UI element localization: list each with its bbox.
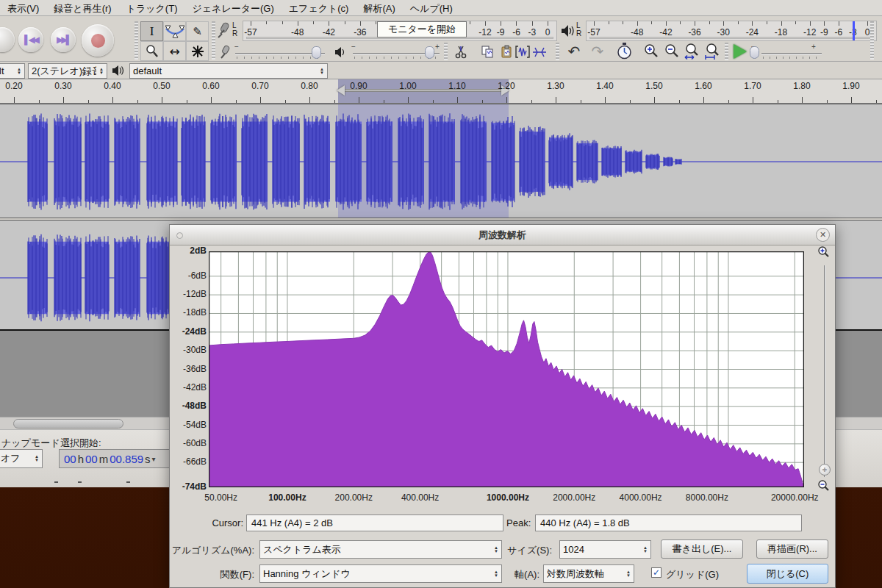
zoom-tool-button[interactable] bbox=[140, 41, 163, 61]
track-1[interactable] bbox=[0, 104, 882, 218]
plot-zoom-slider-knob[interactable]: ✚ bbox=[819, 464, 831, 476]
snap-mode-combo[interactable]: オフ▲▼ bbox=[0, 449, 43, 468]
skip-to-start-button[interactable]: ▌◀◀ bbox=[18, 27, 43, 52]
meter-scale-label: -57 bbox=[244, 27, 257, 37]
plot-zoom-in-button[interactable] bbox=[815, 245, 833, 261]
meter-tick bbox=[594, 21, 595, 26]
host-combo[interactable]: lt▲▼ bbox=[0, 63, 25, 79]
record-button[interactable] bbox=[82, 24, 114, 57]
close-icon[interactable]: ✕ bbox=[816, 228, 830, 242]
axis-combo[interactable]: 対数周波数軸▲▼ bbox=[543, 564, 634, 583]
track1-waveform[interactable] bbox=[0, 104, 882, 218]
undo-grip[interactable] bbox=[556, 43, 559, 60]
plot-zoom-slider-groove[interactable] bbox=[824, 265, 825, 477]
algorithm-combo[interactable]: スペクトラム表示▲▼ bbox=[259, 540, 502, 559]
menu-item-3[interactable]: ジェネレーター(G) bbox=[184, 0, 281, 18]
transcription-grip[interactable] bbox=[725, 43, 728, 60]
x-axis-label: 1000.00Hz bbox=[475, 492, 541, 503]
ruler-label: 1.30 bbox=[547, 81, 564, 91]
ruler-major-tick bbox=[654, 97, 655, 103]
trim-button[interactable] bbox=[514, 43, 531, 61]
skip-to-end-button[interactable]: ▶▶▌ bbox=[51, 27, 76, 52]
meter-tick bbox=[345, 21, 345, 24]
meter-grip[interactable] bbox=[212, 21, 215, 60]
meter-tick bbox=[548, 21, 548, 26]
envelope-tool-button[interactable] bbox=[163, 21, 186, 41]
copy-button[interactable] bbox=[478, 43, 497, 61]
ruler-label: 0.80 bbox=[301, 81, 318, 91]
menu-item-2[interactable]: トラック(T) bbox=[119, 0, 185, 18]
spinner-icon: ▲▼ bbox=[491, 546, 498, 553]
time-hours[interactable]: 00 bbox=[64, 453, 76, 465]
multi-tool-button[interactable] bbox=[186, 41, 209, 61]
time-seconds[interactable]: 00.859 bbox=[110, 453, 143, 465]
draw-tool-button[interactable]: ✎ bbox=[186, 21, 209, 41]
meter-tick bbox=[298, 21, 298, 26]
meter-scale-label: -12 bbox=[478, 27, 491, 37]
ruler-minor-tick bbox=[581, 100, 581, 103]
ruler-minor-tick bbox=[334, 100, 335, 103]
menu-item-0[interactable]: 表示(V) bbox=[0, 0, 46, 18]
meter-tick bbox=[738, 21, 739, 24]
meter-scale-label: -42 bbox=[659, 27, 672, 37]
selection-tool-button[interactable]: I bbox=[140, 21, 163, 41]
playback-volume-slider[interactable] bbox=[425, 46, 434, 59]
timeshift-tool-button[interactable]: ↔ bbox=[163, 41, 186, 61]
x-axis-label: 8000.00Hz bbox=[674, 492, 740, 503]
cursor-value-field[interactable]: 441 Hz (A4) = 2 dB bbox=[246, 514, 503, 531]
tools-grip[interactable] bbox=[135, 21, 138, 60]
undo-icon: ↶ bbox=[568, 43, 581, 60]
zoom-fit-button[interactable] bbox=[703, 41, 723, 61]
ruler-label: 0.20 bbox=[5, 81, 22, 91]
dialog-titlebar[interactable]: 周波数解析 ✕ bbox=[170, 225, 835, 245]
peak-value-field[interactable]: 440 Hz (A4) = 1.8 dB bbox=[535, 514, 802, 531]
ruler-mark bbox=[126, 481, 130, 483]
zoom-selection-button[interactable] bbox=[682, 41, 702, 61]
plot-zoom-out-button[interactable] bbox=[815, 478, 833, 495]
cursor-label: Cursor: bbox=[170, 517, 243, 528]
grid-checkbox[interactable]: ✓ bbox=[651, 567, 662, 578]
undo-button[interactable]: ↶ bbox=[563, 41, 585, 61]
scrollbar-thumb[interactable] bbox=[13, 419, 123, 429]
spectrum-plot[interactable] bbox=[209, 251, 804, 487]
meter-tick bbox=[623, 21, 623, 24]
timeline-ruler[interactable]: 0.200.300.400.500.600.700.800.901.001.10… bbox=[0, 79, 882, 104]
menu-item-1[interactable]: 録音と再生(r) bbox=[46, 0, 118, 18]
function-combo[interactable]: Hanning ウィンドウ▲▼ bbox=[259, 564, 502, 583]
meter-scale-label: -9 bbox=[820, 27, 828, 37]
speed-slider-knob[interactable] bbox=[750, 46, 759, 59]
silence-button[interactable] bbox=[531, 43, 548, 61]
meter-scale-label: -36 bbox=[688, 27, 700, 37]
dialog-close-button[interactable]: 閉じる(C) bbox=[747, 564, 828, 584]
ruler-minor-tick bbox=[384, 100, 384, 103]
menu-item-5[interactable]: 解析(A) bbox=[356, 0, 402, 18]
cut-button[interactable] bbox=[451, 43, 470, 61]
size-combo[interactable]: 1024▲▼ bbox=[559, 540, 651, 559]
ruler-minor-tick bbox=[88, 100, 89, 103]
record-volume-slider[interactable] bbox=[312, 46, 321, 59]
time-caret-icon[interactable]: ▾ bbox=[152, 455, 156, 463]
ruler-label: 0.40 bbox=[104, 81, 121, 91]
right-grip[interactable] bbox=[870, 21, 874, 60]
redo-button[interactable]: ↷ bbox=[587, 41, 609, 61]
speed-slider-groove[interactable] bbox=[761, 53, 822, 54]
channels-combo[interactable]: 2(ステレオ)録音▲▼ bbox=[28, 63, 107, 79]
edit-grip[interactable] bbox=[444, 43, 448, 60]
export-button[interactable]: 書き出し(E)... bbox=[661, 539, 743, 559]
zoom-in-button[interactable] bbox=[641, 41, 661, 61]
zoom-out-button[interactable] bbox=[662, 41, 681, 61]
menu-item-6[interactable]: ヘルプ(H) bbox=[403, 0, 460, 18]
time-minutes[interactable]: 00 bbox=[85, 453, 98, 465]
playback-meter[interactable]: -57-48-42-36-30-24-18-12-9-6-30 bbox=[586, 21, 877, 41]
y-axis-label: -48dB bbox=[170, 401, 207, 411]
play-at-speed-icon bbox=[734, 44, 747, 59]
selection-left-handle[interactable] bbox=[337, 85, 345, 96]
output-device-combo[interactable]: default▲▼ bbox=[129, 63, 328, 79]
selection-bar[interactable] bbox=[344, 89, 503, 92]
ruler-minor-tick bbox=[236, 100, 237, 103]
menu-item-4[interactable]: エフェクト(c) bbox=[282, 0, 356, 18]
play-at-speed-button[interactable] bbox=[731, 41, 750, 61]
selection-start-time[interactable]: 00h 00m 00.859s ▾ bbox=[59, 449, 171, 468]
timer-button[interactable] bbox=[614, 41, 635, 61]
replot-button[interactable]: 再描画(R)... bbox=[756, 539, 828, 559]
